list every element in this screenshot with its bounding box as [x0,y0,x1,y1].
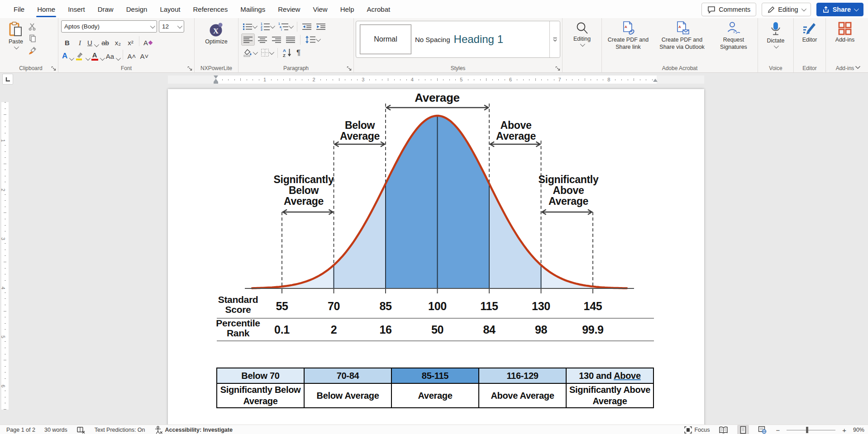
align-left-button[interactable] [241,33,255,46]
style-heading-1[interactable]: Heading 1 [454,25,507,54]
left-indent-marker[interactable] [214,82,218,84]
shading-button[interactable] [241,47,258,58]
bold-button[interactable]: B [61,36,73,47]
format-painter-icon[interactable] [28,46,37,55]
menu-tab-mailings[interactable]: Mailings [234,0,272,18]
menu-tab-acrobat[interactable]: Acrobat [361,0,397,18]
editing-menu-button[interactable]: Editing [564,20,600,48]
font-color-bar [91,59,98,61]
style-no-spacing[interactable]: No Spacing [415,25,450,54]
tab-selector[interactable] [2,74,13,85]
underline-button[interactable]: U [86,36,99,47]
word-count[interactable]: 30 words [44,427,67,433]
comments-button[interactable]: Comments [701,3,756,16]
superscript-button[interactable]: x² [124,36,137,47]
numbering-button[interactable]: 123 [259,21,275,32]
paste-button[interactable]: Paste [5,20,26,55]
optimize-button[interactable]: X Optimize [196,20,236,46]
figure-label: 145 [584,300,602,312]
hanging-indent-marker[interactable] [214,79,218,82]
paragraph-dialog-launcher[interactable] [347,66,352,71]
zoom-in-button[interactable]: + [842,426,846,434]
styles-gallery-more-button[interactable] [549,21,560,57]
text-predictions[interactable]: Text Predictions: On [95,427,145,433]
zoom-level[interactable]: 90% [853,427,864,433]
document-area[interactable]: 123456 AverageBelowAverageAboveAverageSi… [0,86,868,425]
proofing-errors-button[interactable] [76,426,86,434]
font-color-button[interactable]: A [91,49,105,61]
menu-tab-view[interactable]: View [306,0,334,18]
print-layout-button[interactable] [737,425,749,434]
acrobat-button-0[interactable]: ACreate PDF and Share link [606,21,650,51]
collapse-ribbon-button[interactable] [855,66,861,70]
sort-button[interactable]: AZ [281,47,294,58]
clear-formatting-button[interactable]: A [142,36,154,47]
dictate-button[interactable]: Dictate [760,20,792,50]
multilevel-list-button[interactable]: 1ai [277,21,294,32]
editor-button[interactable]: Editor [796,20,824,44]
acrobat-button-2[interactable]: xRequest Signatures [714,21,753,51]
figure-label: Average [284,195,324,207]
subscript-button[interactable]: x₂ [112,36,124,47]
accessibility-status[interactable]: Accessibility: Investigate [154,426,233,434]
zoom-slider-thumb[interactable] [806,427,808,433]
addins-button[interactable]: Add-ins [828,20,862,44]
menu-tab-file[interactable]: File [7,0,31,18]
menu-tab-review[interactable]: Review [272,0,306,18]
menu-tab-insert[interactable]: Insert [62,0,91,18]
decrease-indent-button[interactable] [300,21,313,32]
menu-tab-home[interactable]: Home [31,0,62,18]
text-effects-button[interactable]: A [61,49,74,61]
first-line-indent-marker[interactable] [214,75,218,79]
acrobat-button-1[interactable]: ACreate PDF and Share via Outlook [655,21,709,51]
read-mode-button[interactable] [716,425,730,434]
copy-icon[interactable] [29,34,37,42]
clipboard-dialog-launcher[interactable] [51,66,56,71]
document-page[interactable]: AverageBelowAverageAboveAverageSignifica… [168,89,704,425]
shrink-font-button[interactable]: A˅ [138,49,150,61]
menu-tab-design[interactable]: Design [120,0,154,18]
line-spacing-button[interactable] [304,34,321,45]
style-normal[interactable]: Normal [360,24,411,54]
figure-label: Above [501,119,532,131]
table-header-cell: 130 and Above [566,368,653,383]
focus-button[interactable]: Focus [684,426,710,434]
menu-tab-references[interactable]: References [186,0,234,18]
cut-icon[interactable] [29,23,37,31]
ruler-number: 5 [0,335,6,338]
zoom-slider[interactable] [787,427,835,433]
highlight-button[interactable] [74,49,90,61]
grow-font-button[interactable]: A˄ [125,49,138,61]
increase-indent-button[interactable] [315,21,327,32]
menu-tab-draw[interactable]: Draw [91,0,120,18]
show-formatting-button[interactable]: ¶ [295,47,302,58]
editing-mode-button[interactable]: Editing [762,3,811,16]
web-layout-button[interactable] [756,425,769,434]
italic-button[interactable]: I [74,36,86,47]
share-button[interactable]: Share [816,3,863,16]
borders-button[interactable] [259,47,274,58]
menu-tab-help[interactable]: Help [334,0,361,18]
highlighter-icon [75,52,83,61]
bullets-button[interactable] [241,21,258,32]
font-dialog-launcher[interactable] [187,66,192,71]
strikethrough-button[interactable]: ab [99,36,111,47]
align-center-button[interactable] [256,34,269,45]
chevron-down-icon [69,55,74,60]
chevron-down-icon [774,43,779,48]
page-count[interactable]: Page 1 of 2 [6,427,35,433]
right-indent-marker[interactable] [653,79,658,82]
accessibility-icon [154,426,163,434]
font-size-select[interactable]: 12 [159,20,184,33]
justify-button[interactable] [284,34,297,45]
menu-tab-layout[interactable]: Layout [153,0,186,18]
change-case-button[interactable]: Aa [105,49,121,61]
zoom-out-button[interactable]: − [776,426,780,434]
table-cell: Above Average [479,383,566,408]
horizontal-ruler[interactable]: 12345678 [168,75,704,84]
vertical-ruler[interactable]: 123456 [0,86,10,425]
styles-dialog-launcher[interactable] [555,66,560,71]
font-name-select[interactable]: Aptos (Body) [61,20,157,33]
pdfmail-icon: A [674,21,690,35]
align-right-button[interactable] [270,34,283,45]
